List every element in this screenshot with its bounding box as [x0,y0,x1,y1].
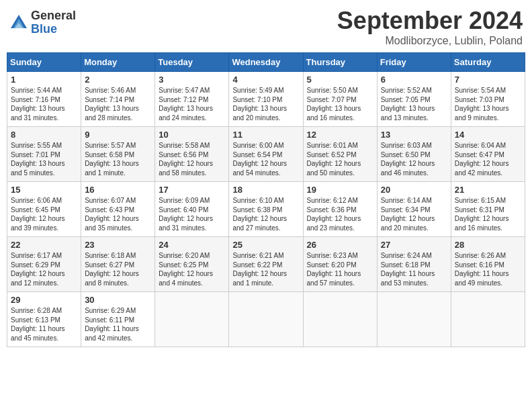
day-number: 3 [159,75,225,85]
day-info: Sunrise: 5:50 AM Sunset: 7:07 PM Dayligh… [307,86,373,122]
day-info: Sunrise: 6:15 AM Sunset: 6:31 PM Dayligh… [455,196,521,232]
day-number: 2 [85,75,151,85]
day-info: Sunrise: 6:18 AM Sunset: 6:27 PM Dayligh… [85,251,151,287]
day-number: 8 [11,130,77,140]
table-row: 11Sunrise: 6:00 AM Sunset: 6:54 PM Dayli… [229,127,303,182]
table-row [303,292,377,347]
header-sunday: Sunday [7,53,81,72]
day-info: Sunrise: 6:07 AM Sunset: 6:43 PM Dayligh… [85,196,151,232]
day-info: Sunrise: 6:04 AM Sunset: 6:47 PM Dayligh… [455,141,521,177]
table-row [229,292,303,347]
header-thursday: Thursday [303,53,377,72]
calendar-table: Sunday Monday Tuesday Wednesday Thursday… [7,52,525,347]
table-row: 24Sunrise: 6:20 AM Sunset: 6:25 PM Dayli… [155,237,229,292]
day-info: Sunrise: 6:14 AM Sunset: 6:34 PM Dayligh… [381,196,447,232]
day-info: Sunrise: 5:57 AM Sunset: 6:58 PM Dayligh… [85,141,151,177]
day-info: Sunrise: 6:03 AM Sunset: 6:50 PM Dayligh… [381,141,447,177]
month-title: September 2024 [337,7,523,35]
table-row: 23Sunrise: 6:18 AM Sunset: 6:27 PM Dayli… [81,237,155,292]
day-number: 30 [85,295,151,305]
title-block: September 2024 Modliborzyce, Lublin, Pol… [337,7,523,47]
table-row [451,292,525,347]
header-monday: Monday [81,53,155,72]
header-wednesday: Wednesday [229,53,303,72]
table-row: 25Sunrise: 6:21 AM Sunset: 6:22 PM Dayli… [229,237,303,292]
day-number: 9 [85,130,151,140]
day-number: 11 [232,130,299,140]
day-info: Sunrise: 6:29 AM Sunset: 6:11 PM Dayligh… [85,306,151,342]
day-number: 16 [85,185,151,195]
logo-text: General Blue [31,9,76,36]
table-row: 8Sunrise: 5:55 AM Sunset: 7:01 PM Daylig… [7,127,81,182]
calendar-week-3: 15Sunrise: 6:06 AM Sunset: 6:45 PM Dayli… [7,182,525,237]
table-row: 3Sunrise: 5:47 AM Sunset: 7:12 PM Daylig… [155,72,229,127]
day-number: 27 [381,240,447,250]
table-row: 7Sunrise: 5:54 AM Sunset: 7:03 PM Daylig… [451,72,525,127]
table-row: 5Sunrise: 5:50 AM Sunset: 7:07 PM Daylig… [303,72,377,127]
day-number: 19 [307,185,373,195]
calendar-week-2: 8Sunrise: 5:55 AM Sunset: 7:01 PM Daylig… [7,127,525,182]
logo-blue: Blue [31,23,76,36]
day-info: Sunrise: 5:46 AM Sunset: 7:14 PM Dayligh… [85,86,151,122]
day-info: Sunrise: 6:00 AM Sunset: 6:54 PM Dayligh… [232,141,299,177]
table-row: 21Sunrise: 6:15 AM Sunset: 6:31 PM Dayli… [451,182,525,237]
table-row: 15Sunrise: 6:06 AM Sunset: 6:45 PM Dayli… [7,182,81,237]
table-row: 14Sunrise: 6:04 AM Sunset: 6:47 PM Dayli… [451,127,525,182]
day-info: Sunrise: 5:49 AM Sunset: 7:10 PM Dayligh… [232,86,299,122]
table-row: 27Sunrise: 6:24 AM Sunset: 6:18 PM Dayli… [377,237,451,292]
logo: General Blue [9,9,76,36]
day-info: Sunrise: 6:21 AM Sunset: 6:22 PM Dayligh… [232,251,299,287]
day-info: Sunrise: 5:44 AM Sunset: 7:16 PM Dayligh… [11,86,77,122]
day-number: 22 [11,240,77,250]
day-info: Sunrise: 6:06 AM Sunset: 6:45 PM Dayligh… [11,196,77,232]
day-info: Sunrise: 5:47 AM Sunset: 7:12 PM Dayligh… [159,86,225,122]
day-number: 5 [307,75,373,85]
day-number: 14 [455,130,521,140]
day-number: 4 [232,75,299,85]
day-info: Sunrise: 6:23 AM Sunset: 6:20 PM Dayligh… [307,251,373,287]
day-info: Sunrise: 6:12 AM Sunset: 6:36 PM Dayligh… [307,196,373,232]
table-row: 12Sunrise: 6:01 AM Sunset: 6:52 PM Dayli… [303,127,377,182]
day-number: 17 [159,185,225,195]
table-row: 20Sunrise: 6:14 AM Sunset: 6:34 PM Dayli… [377,182,451,237]
table-row: 22Sunrise: 6:17 AM Sunset: 6:29 PM Dayli… [7,237,81,292]
day-number: 18 [232,185,299,195]
day-number: 7 [455,75,521,85]
table-row: 2Sunrise: 5:46 AM Sunset: 7:14 PM Daylig… [81,72,155,127]
table-row: 28Sunrise: 6:26 AM Sunset: 6:16 PM Dayli… [451,237,525,292]
table-row: 4Sunrise: 5:49 AM Sunset: 7:10 PM Daylig… [229,72,303,127]
table-row: 16Sunrise: 6:07 AM Sunset: 6:43 PM Dayli… [81,182,155,237]
day-number: 29 [11,295,77,305]
day-number: 21 [455,185,521,195]
table-row: 6Sunrise: 5:52 AM Sunset: 7:05 PM Daylig… [377,72,451,127]
table-row: 9Sunrise: 5:57 AM Sunset: 6:58 PM Daylig… [81,127,155,182]
day-number: 10 [159,130,225,140]
day-number: 12 [307,130,373,140]
table-row: 10Sunrise: 5:58 AM Sunset: 6:56 PM Dayli… [155,127,229,182]
day-info: Sunrise: 5:52 AM Sunset: 7:05 PM Dayligh… [381,86,447,122]
header-friday: Friday [377,53,451,72]
table-row: 17Sunrise: 6:09 AM Sunset: 6:40 PM Dayli… [155,182,229,237]
table-row: 1Sunrise: 5:44 AM Sunset: 7:16 PM Daylig… [7,72,81,127]
day-info: Sunrise: 6:01 AM Sunset: 6:52 PM Dayligh… [307,141,373,177]
table-row: 13Sunrise: 6:03 AM Sunset: 6:50 PM Dayli… [377,127,451,182]
day-number: 20 [381,185,447,195]
day-info: Sunrise: 6:24 AM Sunset: 6:18 PM Dayligh… [381,251,447,287]
day-number: 15 [11,185,77,195]
day-number: 25 [232,240,299,250]
table-row: 30Sunrise: 6:29 AM Sunset: 6:11 PM Dayli… [81,292,155,347]
day-info: Sunrise: 6:10 AM Sunset: 6:38 PM Dayligh… [232,196,299,232]
day-info: Sunrise: 5:55 AM Sunset: 7:01 PM Dayligh… [11,141,77,177]
location: Modliborzyce, Lublin, Poland [337,35,523,47]
table-row: 26Sunrise: 6:23 AM Sunset: 6:20 PM Dayli… [303,237,377,292]
header-saturday: Saturday [451,53,525,72]
table-row: 19Sunrise: 6:12 AM Sunset: 6:36 PM Dayli… [303,182,377,237]
table-row [377,292,451,347]
day-info: Sunrise: 6:20 AM Sunset: 6:25 PM Dayligh… [159,251,225,287]
day-info: Sunrise: 6:28 AM Sunset: 6:13 PM Dayligh… [11,306,77,342]
day-info: Sunrise: 5:54 AM Sunset: 7:03 PM Dayligh… [455,86,521,122]
calendar-week-4: 22Sunrise: 6:17 AM Sunset: 6:29 PM Dayli… [7,237,525,292]
days-header-row: Sunday Monday Tuesday Wednesday Thursday… [7,53,525,72]
logo-general: General [31,9,76,23]
day-number: 28 [455,240,521,250]
